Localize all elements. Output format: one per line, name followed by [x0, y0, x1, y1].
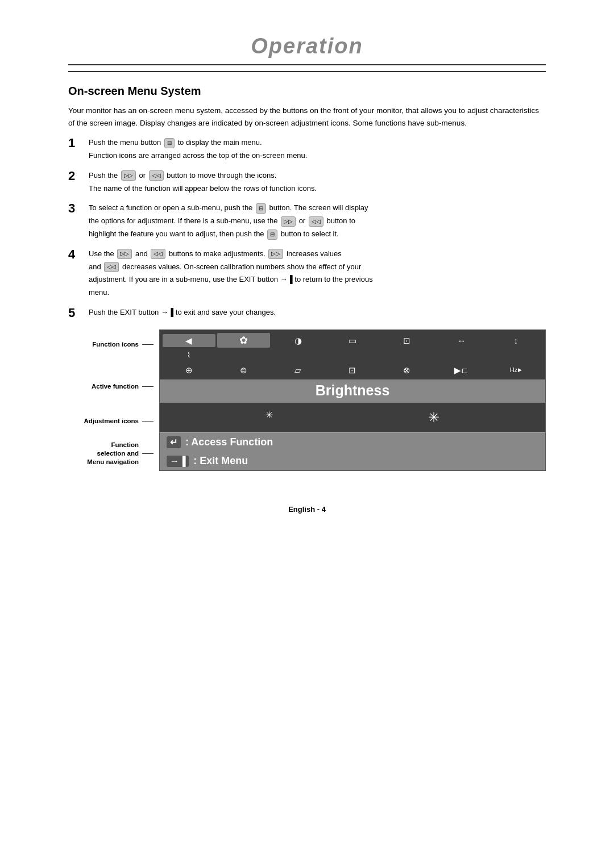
adjustment-icons-label: Adjustment icons — [68, 417, 154, 425]
exit-row: →▐ : Exit Menu — [160, 452, 545, 470]
play-icon: ▶⊏ — [435, 364, 488, 377]
exit-icon: →▐ — [167, 456, 189, 467]
step-3-number: 3 — [68, 201, 89, 216]
icon-row-1: ◀ ✿ ◑ ▭ ⊡ ↔ ↕ ⌇ — [160, 330, 545, 362]
step-4: 4 Use the ▷▷ and ◁◁ buttons to make adju… — [68, 248, 546, 300]
horiz-size-icon: ▭ — [326, 334, 379, 347]
vert-icon: ↕ — [489, 334, 542, 347]
adjustment-icons-line — [142, 421, 154, 422]
page-title: Operation — [68, 34, 546, 65]
screen-block: ◀ ✿ ◑ ▭ ⊡ ↔ ↕ ⌇ — [159, 329, 546, 471]
sun-small-icon: ✳ — [265, 410, 273, 425]
active-function-line — [142, 386, 154, 387]
page-wrapper: Operation On-screen Menu System Your mon… — [0, 0, 614, 868]
step-3: 3 To select a function or open a sub-men… — [68, 202, 546, 241]
menu-button-icon: ⊟ — [164, 138, 175, 148]
select-btn-icon: ⊟ — [256, 203, 266, 214]
step-3-text: To select a function or open a sub-menu,… — [89, 202, 546, 241]
step-2: 2 Push the ▷▷ or ◁◁ button to move throu… — [68, 170, 546, 196]
brightness-icon: ✿ — [217, 333, 270, 348]
zoom-icon: ⊡ — [326, 364, 379, 377]
step-4-text: Use the ▷▷ and ◁◁ buttons to make adjust… — [89, 248, 546, 300]
left-btn-icon2: ◁◁ — [309, 216, 323, 227]
osd-screen: ◀ ✿ ◑ ▭ ⊡ ↔ ↕ ⌇ — [159, 329, 546, 471]
pincushion-icon: ⊜ — [217, 364, 270, 377]
step-1-text: Push the menu button ⊟ to display the ma… — [89, 137, 546, 163]
page-footer: English - 4 — [68, 505, 546, 514]
right-adj-icon: ▷▷ — [117, 249, 132, 259]
function-selection-line — [142, 453, 154, 454]
left-adj-icon: ◁◁ — [151, 249, 165, 259]
function-selection-label: Functionselection andMenu navigation — [68, 441, 154, 466]
brightness-bar: Brightness — [160, 379, 545, 403]
step-5: 5 Push the EXIT button →▐ to exit and sa… — [68, 307, 546, 320]
access-label: : Access Function — [185, 436, 273, 448]
horiz-pos-icon: ↔ — [435, 334, 488, 347]
adj-icons-row: ✳ ✳ — [160, 403, 545, 432]
exit-label: : Exit Menu — [193, 455, 248, 467]
intro-text: Your monitor has an on-screen menu syste… — [68, 105, 546, 129]
rotate-icon: ⊕ — [163, 364, 215, 377]
right-btn-icon: ▷▷ — [121, 170, 136, 181]
no-icon: ⊗ — [380, 364, 433, 377]
access-row: ↵ : Access Function — [160, 432, 545, 452]
inc-icon: ▷▷ — [268, 249, 283, 259]
contrast-icon: ◑ — [272, 334, 325, 347]
right-btn-icon2: ▷▷ — [281, 216, 296, 227]
osd-diagram: Function icons Active function Adjustmen… — [68, 329, 546, 471]
box-icon: ⊡ — [380, 334, 433, 347]
box2-icon: ▱ — [272, 364, 325, 377]
step-1-number: 1 — [68, 136, 89, 151]
left-btn-icon: ◁◁ — [149, 170, 164, 181]
active-function-label: Active function — [68, 382, 154, 391]
steps-list: 1 Push the menu button ⊟ to display the … — [68, 137, 546, 320]
title-divider — [68, 71, 546, 72]
function-icons-label: Function icons — [68, 340, 154, 349]
geom-icon: ⌇ — [163, 349, 215, 361]
access-icon: ↵ — [167, 436, 181, 448]
hz-icon: Hz▶ — [489, 365, 542, 375]
section-heading: On-screen Menu System — [68, 85, 546, 98]
function-icons-line — [142, 344, 154, 345]
sun-big-icon: ✳ — [428, 410, 439, 425]
dec-icon: ◁◁ — [104, 262, 119, 272]
step-5-number: 5 — [68, 306, 89, 320]
step-1: 1 Push the menu button ⊟ to display the … — [68, 137, 546, 163]
step-2-number: 2 — [68, 169, 89, 183]
icon-row-2: ⊕ ⊜ ▱ ⊡ ⊗ ▶⊏ Hz▶ — [160, 362, 545, 379]
left-arrow-icon: ◀ — [163, 334, 215, 347]
diagram-labels: Function icons Active function Adjustmen… — [68, 329, 159, 471]
step-5-text: Push the EXIT button →▐ to exit and save… — [89, 307, 546, 320]
step-4-number: 4 — [68, 247, 89, 262]
step-2-text: Push the ▷▷ or ◁◁ button to move through… — [89, 170, 546, 196]
select-btn-icon2: ⊟ — [267, 229, 277, 240]
